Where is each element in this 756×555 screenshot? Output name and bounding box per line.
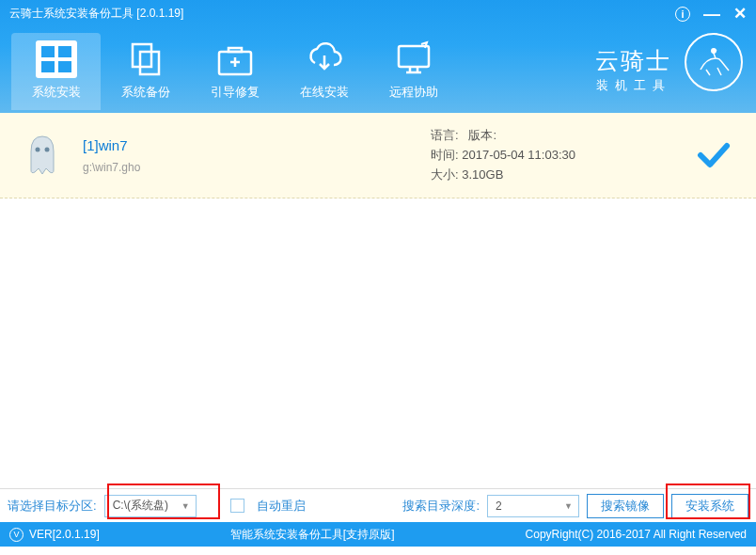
svg-rect-5 <box>133 44 151 67</box>
info-icon[interactable]: i <box>675 7 690 22</box>
brand-sub: 装机工具 <box>595 77 671 94</box>
nav-boot-repair[interactable]: 引导修复 <box>190 33 279 110</box>
nav-system-backup[interactable]: 系统备份 <box>101 33 190 110</box>
windows-icon <box>34 39 79 80</box>
auto-restart-label: 自动重启 <box>257 498 306 515</box>
search-image-button[interactable]: 搜索镜像 <box>587 494 664 518</box>
target-partition-label: 请选择目标分区: <box>8 498 97 515</box>
depth-label: 搜索目录深度: <box>402 498 480 515</box>
chevron-down-icon: ▼ <box>181 501 190 511</box>
item-path: g:\win7.gho <box>83 161 402 174</box>
content-area <box>0 198 756 488</box>
svg-rect-3 <box>41 61 55 72</box>
ghost-icon <box>19 132 66 179</box>
svg-rect-2 <box>58 46 71 57</box>
brand: 云骑士 装机工具 <box>595 45 671 94</box>
cloud-download-icon <box>302 39 347 80</box>
nav-label: 远程协助 <box>389 84 438 101</box>
version-text: VER[2.0.1.19] <box>29 528 100 541</box>
version-icon: V <box>9 528 24 542</box>
close-button[interactable]: ✕ <box>733 4 747 24</box>
nav-label: 引导修复 <box>211 84 260 101</box>
nav-online-install[interactable]: 在线安装 <box>279 33 369 110</box>
target-partition-select[interactable]: C:\(系统盘) ▼ <box>104 495 197 517</box>
svg-point-9 <box>712 49 716 53</box>
copy-icon <box>123 39 168 80</box>
brand-name: 云骑士 <box>595 45 671 76</box>
nav-label: 在线安装 <box>300 84 349 101</box>
svg-rect-4 <box>58 61 71 72</box>
medkit-icon <box>213 39 258 80</box>
window-title: 云骑士系统安装备份工具 [2.0.1.19] <box>9 6 675 22</box>
svg-rect-6 <box>140 52 159 74</box>
nav-remote-assist[interactable]: 远程协助 <box>369 33 458 110</box>
svg-point-11 <box>45 148 50 152</box>
status-mid: 智能系统安装备份工具[支持原版] <box>100 527 526 543</box>
check-icon <box>690 136 737 174</box>
svg-rect-1 <box>41 46 55 57</box>
minimize-button[interactable]: — <box>703 10 720 18</box>
item-meta: 语言: 版本: 时间: 2017-05-04 11:03:30 大小: 3.10… <box>402 126 690 184</box>
auto-restart-checkbox[interactable] <box>230 499 244 513</box>
install-system-button[interactable]: 安装系统 <box>671 494 748 518</box>
item-title: [1]win7 <box>83 137 402 153</box>
nav-label: 系统备份 <box>121 84 170 101</box>
chevron-down-icon: ▼ <box>564 501 573 511</box>
copyright-text: CopyRight(C) 2016-2017 All Right Reserve… <box>526 528 747 541</box>
depth-select[interactable]: 2 ▼ <box>487 495 579 517</box>
brand-logo-icon <box>685 33 743 91</box>
nav-system-install[interactable]: 系统安装 <box>11 33 101 110</box>
image-list-item[interactable]: [1]win7 g:\win7.gho 语言: 版本: 时间: 2017-05-… <box>0 113 756 198</box>
nav-label: 系统安装 <box>32 84 81 101</box>
svg-rect-8 <box>399 46 429 67</box>
svg-point-10 <box>36 148 40 152</box>
monitor-icon <box>391 39 436 80</box>
